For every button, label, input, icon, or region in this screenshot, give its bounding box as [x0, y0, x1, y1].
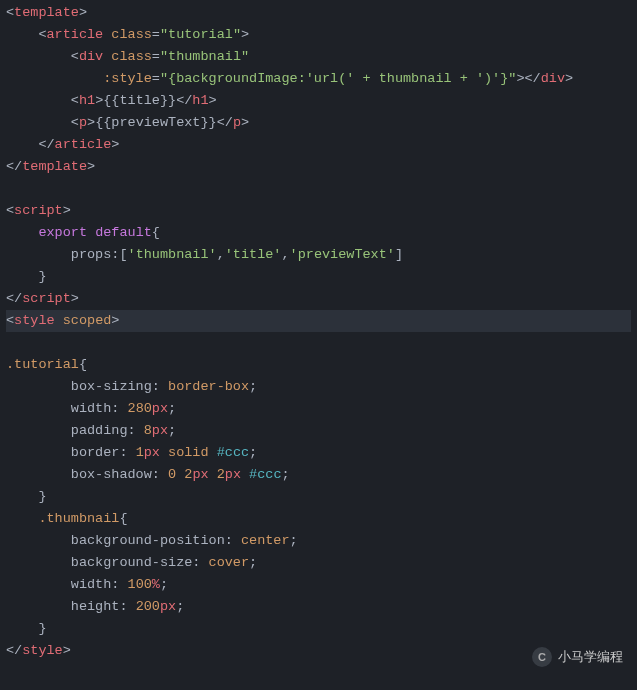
- code-line[interactable]: </article>: [6, 134, 631, 156]
- code-line[interactable]: height: 200px;: [6, 596, 631, 618]
- code-line[interactable]: <article class="tutorial">: [6, 24, 631, 46]
- code-line[interactable]: .thumbnail{: [6, 508, 631, 530]
- code-line[interactable]: box-shadow: 0 2px 2px #ccc;: [6, 464, 631, 486]
- code-line[interactable]: width: 280px;: [6, 398, 631, 420]
- code-line[interactable]: props:['thumbnail','title','previewText'…: [6, 244, 631, 266]
- code-editor[interactable]: <template> <article class="tutorial"> <d…: [0, 0, 637, 664]
- code-line[interactable]: }: [6, 486, 631, 508]
- code-line[interactable]: <style scoped>: [6, 310, 631, 332]
- wechat-icon: C: [532, 647, 552, 667]
- code-line[interactable]: [6, 332, 631, 354]
- code-line[interactable]: padding: 8px;: [6, 420, 631, 442]
- code-line[interactable]: :style="{backgroundImage:'url(' + thumbn…: [6, 68, 631, 90]
- code-line[interactable]: background-size: cover;: [6, 552, 631, 574]
- watermark-label: 小马学编程: [558, 646, 623, 668]
- code-line[interactable]: <div class="thumbnail": [6, 46, 631, 68]
- code-line[interactable]: </template>: [6, 156, 631, 178]
- code-line[interactable]: [6, 178, 631, 200]
- code-line[interactable]: background-position: center;: [6, 530, 631, 552]
- code-line[interactable]: <h1>{{title}}</h1>: [6, 90, 631, 112]
- code-line[interactable]: width: 100%;: [6, 574, 631, 596]
- code-line[interactable]: }: [6, 266, 631, 288]
- code-line[interactable]: .tutorial{: [6, 354, 631, 376]
- code-line[interactable]: <template>: [6, 2, 631, 24]
- code-line[interactable]: </script>: [6, 288, 631, 310]
- code-line[interactable]: <p>{{previewText}}</p>: [6, 112, 631, 134]
- watermark-badge: C 小马学编程: [532, 646, 623, 668]
- code-line[interactable]: export default{: [6, 222, 631, 244]
- code-line[interactable]: }: [6, 618, 631, 640]
- code-line[interactable]: box-sizing: border-box;: [6, 376, 631, 398]
- code-line[interactable]: <script>: [6, 200, 631, 222]
- code-line[interactable]: border: 1px solid #ccc;: [6, 442, 631, 464]
